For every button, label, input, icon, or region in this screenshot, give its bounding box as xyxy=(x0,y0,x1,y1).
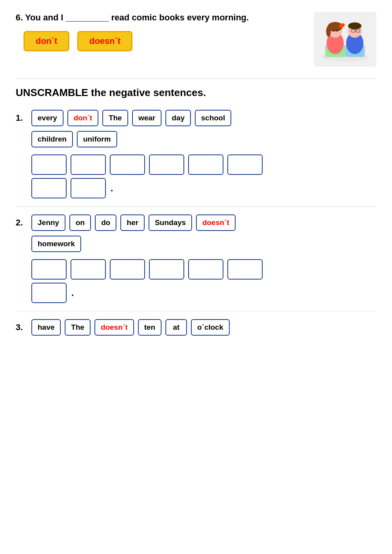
section-divider xyxy=(16,78,376,79)
q6-image xyxy=(314,12,376,67)
q6-question: 6. You and I _________ read comic books … xyxy=(16,12,306,24)
word-wear: wear xyxy=(132,110,162,126)
svg-point-8 xyxy=(332,30,334,32)
exercise-3-words: 3. have The doesn´t ten at o´clock xyxy=(16,319,376,336)
answer-1-5[interactable] xyxy=(188,154,223,175)
doesnt-button[interactable]: doesn´t xyxy=(77,31,132,51)
exercise-3-number: 3. xyxy=(16,322,27,332)
answer-1-1[interactable] xyxy=(31,154,67,175)
divider-3 xyxy=(16,311,376,311)
word-the-3: The xyxy=(65,319,91,336)
word-do: do xyxy=(95,214,116,231)
exercise-2-words: 2. Jenny on do her Sundays doesn´t xyxy=(16,214,376,231)
answer-1-6[interactable] xyxy=(227,154,263,175)
answer-1-4[interactable] xyxy=(149,154,184,175)
exercise-2-answer-row1 xyxy=(31,259,376,280)
word-at: at xyxy=(165,319,187,336)
exercise-2: 2. Jenny on do her Sundays doesn´t homew… xyxy=(16,214,376,303)
exercise-3: 3. have The doesn´t ten at o´clock xyxy=(16,319,376,336)
answer-2-2[interactable] xyxy=(71,259,106,280)
exercise-1-number: 1. xyxy=(16,113,27,123)
exercise-1-answer-row1 xyxy=(31,154,376,175)
answer-1-2[interactable] xyxy=(71,154,106,175)
answer-2-3[interactable] xyxy=(110,259,145,280)
exercise-1: 1. every don´t The wear day school child… xyxy=(16,110,376,198)
period-2: . xyxy=(71,287,74,298)
exercise-1-words-row2: children uniform xyxy=(31,131,376,147)
word-the: The xyxy=(102,110,128,126)
word-homework: homework xyxy=(31,236,81,252)
word-ten: ten xyxy=(138,319,162,336)
word-have: have xyxy=(31,319,61,336)
exercise-1-answer-row2: . xyxy=(31,178,376,198)
word-jenny: Jenny xyxy=(31,214,65,231)
word-uniform: uniform xyxy=(77,131,117,147)
answer-2-6[interactable] xyxy=(227,259,263,280)
word-every: every xyxy=(31,110,64,126)
exercise-2-answer-row2: . xyxy=(31,283,376,303)
answer-1-7[interactable] xyxy=(31,178,67,198)
answer-2-1[interactable] xyxy=(31,259,67,280)
q6-section: 6. You and I _________ read comic books … xyxy=(16,12,376,67)
answer-1-8[interactable] xyxy=(71,178,106,198)
answer-1-3[interactable] xyxy=(110,154,145,175)
exercise-2-number: 2. xyxy=(16,218,27,228)
svg-point-13 xyxy=(348,22,361,29)
unscramble-section: UNSCRAMBLE the negative sentences. 1. ev… xyxy=(16,87,376,336)
exercise-2-words-row2: homework xyxy=(31,236,376,252)
word-dont: don´t xyxy=(67,110,98,126)
answer-2-4[interactable] xyxy=(149,259,184,280)
word-day: day xyxy=(165,110,191,126)
answer-2-5[interactable] xyxy=(188,259,223,280)
word-sundays: Sundays xyxy=(149,214,192,231)
word-doesnt-2: doesn´t xyxy=(196,214,236,231)
svg-point-7 xyxy=(326,26,331,37)
exercise-1-words: 1. every don´t The wear day school xyxy=(16,110,376,126)
q6-text-area: 6. You and I _________ read comic books … xyxy=(16,12,306,51)
q6-options: don´t doesn´t xyxy=(24,31,306,51)
word-children: children xyxy=(31,131,73,147)
word-her: her xyxy=(120,214,145,231)
period-1: . xyxy=(111,183,113,194)
svg-point-9 xyxy=(336,30,338,32)
answer-2-7[interactable] xyxy=(31,283,67,303)
divider-2 xyxy=(16,206,376,207)
word-school: school xyxy=(195,110,231,126)
word-oclock: o´clock xyxy=(191,319,230,336)
word-doesnt-3: doesn´t xyxy=(94,319,134,336)
word-on: on xyxy=(69,214,91,231)
dont-button[interactable]: don´t xyxy=(24,31,69,51)
unscramble-title: UNSCRAMBLE the negative sentences. xyxy=(16,87,376,99)
